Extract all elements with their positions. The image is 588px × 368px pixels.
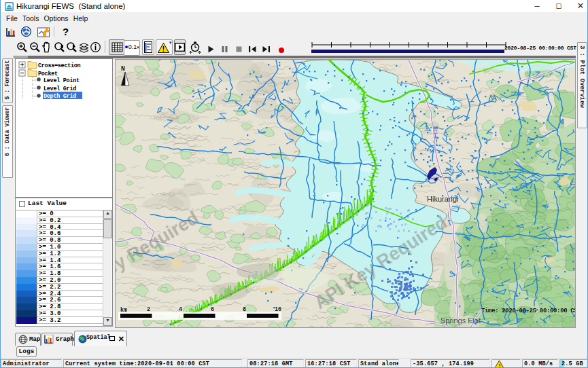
svg-text:Pocket: Pocket: [38, 71, 58, 77]
svg-text:Hikurangi: Hikurangi: [427, 195, 458, 203]
svg-text:Level Grid: Level Grid: [44, 86, 76, 92]
svg-text:10: 10: [275, 306, 281, 313]
svg-text:SH 1: SH 1: [432, 126, 439, 139]
svg-text:Time: 2020-08-25 00:00:00 CST: Time: 2020-08-25 00:00:00 CST: [481, 308, 576, 314]
svg-text:Cross=section: Cross=section: [38, 62, 81, 69]
svg-text:6: 6: [211, 306, 214, 313]
svg-text:!: !: [162, 45, 165, 53]
svg-text:8: 8: [243, 306, 246, 313]
svg-text:Level Point: Level Point: [44, 77, 80, 84]
svg-text:km: km: [120, 307, 127, 314]
svg-text:4: 4: [179, 306, 182, 313]
svg-text:Depth Grid: Depth Grid: [44, 93, 76, 100]
svg-text:2: 2: [147, 306, 150, 313]
svg-text:Springs Flat: Springs Flat: [440, 316, 481, 325]
svg-text:N: N: [121, 65, 125, 73]
